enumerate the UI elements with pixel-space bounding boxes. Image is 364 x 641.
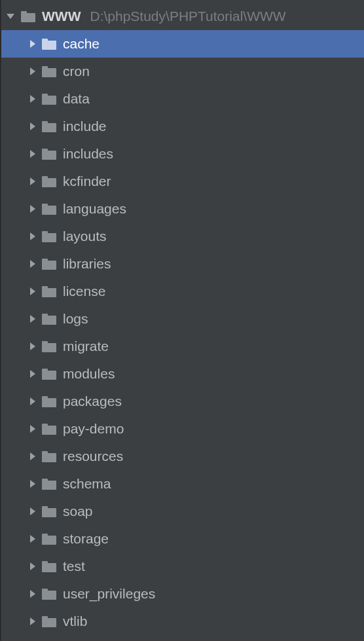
folder-icon xyxy=(42,424,56,435)
tree-item[interactable]: modules xyxy=(1,360,364,388)
folder-icon xyxy=(42,231,56,242)
folder-icon xyxy=(42,259,56,270)
tree-item-label: vtlib xyxy=(63,614,87,629)
tree-item[interactable]: includes xyxy=(1,140,364,168)
tree-item-label: storage xyxy=(63,531,109,547)
tree-item-label: packages xyxy=(63,394,122,409)
root-path: D:\phpStudy\PHPTutorial\WWW xyxy=(90,9,285,24)
tree-item[interactable]: migrate xyxy=(1,333,364,360)
tree-item-label: cache xyxy=(63,36,100,52)
tree-item-label: schema xyxy=(63,476,111,492)
chevron-right-icon[interactable] xyxy=(30,232,35,240)
chevron-right-icon[interactable] xyxy=(30,40,35,48)
folder-icon xyxy=(21,11,35,22)
chevron-right-icon[interactable] xyxy=(30,122,35,130)
folder-icon xyxy=(42,314,56,325)
folder-icon xyxy=(42,534,56,545)
chevron-right-icon[interactable] xyxy=(30,480,35,488)
tree-item-label: pay-demo xyxy=(63,421,124,437)
chevron-right-icon[interactable] xyxy=(30,287,35,295)
chevron-right-icon[interactable] xyxy=(30,342,35,350)
tree-item-label: libraries xyxy=(63,256,111,272)
tree-item[interactable]: test xyxy=(1,553,364,580)
chevron-right-icon[interactable] xyxy=(30,315,35,323)
folder-icon xyxy=(42,396,56,407)
chevron-right-icon[interactable] xyxy=(30,397,35,405)
tree-item-label: data xyxy=(63,91,90,107)
tree-item[interactable]: layouts xyxy=(1,223,364,250)
tree-item-label: resources xyxy=(63,449,123,464)
tree-item-label: include xyxy=(63,119,107,134)
tree-item-label: soap xyxy=(63,504,93,519)
folder-icon xyxy=(42,39,56,50)
chevron-right-icon[interactable] xyxy=(30,590,35,598)
folder-icon xyxy=(42,94,56,105)
chevron-right-icon[interactable] xyxy=(30,95,35,103)
tree-item-label: layouts xyxy=(63,229,107,244)
tree-item[interactable]: packages xyxy=(1,388,364,415)
tree-item[interactable]: storage xyxy=(1,525,364,553)
tree-item-label: test xyxy=(63,559,85,574)
folder-icon xyxy=(42,66,56,77)
chevron-right-icon[interactable] xyxy=(30,507,35,515)
tree-item[interactable]: pay-demo xyxy=(1,415,364,443)
tree-root-row[interactable]: WWW D:\phpStudy\PHPTutorial\WWW xyxy=(1,3,364,30)
folder-icon xyxy=(42,204,56,215)
folder-icon xyxy=(42,451,56,462)
tree-item[interactable]: languages xyxy=(1,195,364,223)
chevron-right-icon[interactable] xyxy=(30,67,35,75)
tree-item[interactable]: cron xyxy=(1,58,364,85)
tree-item-label: includes xyxy=(63,146,113,162)
tree-item[interactable]: soap xyxy=(1,498,364,525)
chevron-right-icon[interactable] xyxy=(30,150,35,158)
tree-item[interactable]: logs xyxy=(1,305,364,333)
folder-icon xyxy=(42,149,56,160)
tree-item-label: cron xyxy=(63,64,90,79)
chevron-right-icon[interactable] xyxy=(30,177,35,185)
chevron-right-icon[interactable] xyxy=(30,425,35,433)
tree-item[interactable]: data xyxy=(1,85,364,113)
tree-item[interactable]: libraries xyxy=(1,250,364,278)
tree-item[interactable]: user_privileges xyxy=(1,580,364,608)
tree-item-label: modules xyxy=(63,366,115,382)
tree-item[interactable]: include xyxy=(1,113,364,140)
tree-item-label: logs xyxy=(63,311,88,327)
tree-item[interactable]: kcfinder xyxy=(1,168,364,195)
folder-icon xyxy=(42,616,56,627)
folder-icon xyxy=(42,369,56,380)
tree-item[interactable]: cache xyxy=(1,30,364,58)
tree-item[interactable]: license xyxy=(1,278,364,305)
folder-icon xyxy=(42,341,56,352)
chevron-right-icon[interactable] xyxy=(30,370,35,378)
chevron-down-icon[interactable] xyxy=(7,14,14,19)
chevron-right-icon[interactable] xyxy=(30,260,35,268)
tree-item-label: kcfinder xyxy=(63,174,111,189)
children-container: cachecrondataincludeincludeskcfinderlang… xyxy=(1,30,364,635)
tree-item-label: license xyxy=(63,284,105,299)
chevron-right-icon[interactable] xyxy=(30,535,35,543)
tree-item-label: languages xyxy=(63,201,126,217)
folder-icon xyxy=(42,479,56,490)
folder-icon xyxy=(42,121,56,132)
tree-item[interactable]: schema xyxy=(1,470,364,498)
chevron-right-icon[interactable] xyxy=(30,205,35,213)
chevron-right-icon[interactable] xyxy=(30,562,35,570)
tree-item[interactable]: resources xyxy=(1,443,364,470)
tree-item[interactable]: vtlib xyxy=(1,608,364,635)
project-tree: WWW D:\phpStudy\PHPTutorial\WWW cachecro… xyxy=(1,0,364,635)
folder-icon xyxy=(42,561,56,572)
folder-icon xyxy=(42,506,56,517)
tree-item-label: migrate xyxy=(63,339,109,354)
chevron-right-icon[interactable] xyxy=(30,452,35,460)
tree-item-label: user_privileges xyxy=(63,586,155,602)
folder-icon xyxy=(42,589,56,600)
folder-icon xyxy=(42,176,56,187)
chevron-right-icon[interactable] xyxy=(30,617,35,625)
folder-icon xyxy=(42,286,56,297)
root-label: WWW xyxy=(42,9,81,24)
